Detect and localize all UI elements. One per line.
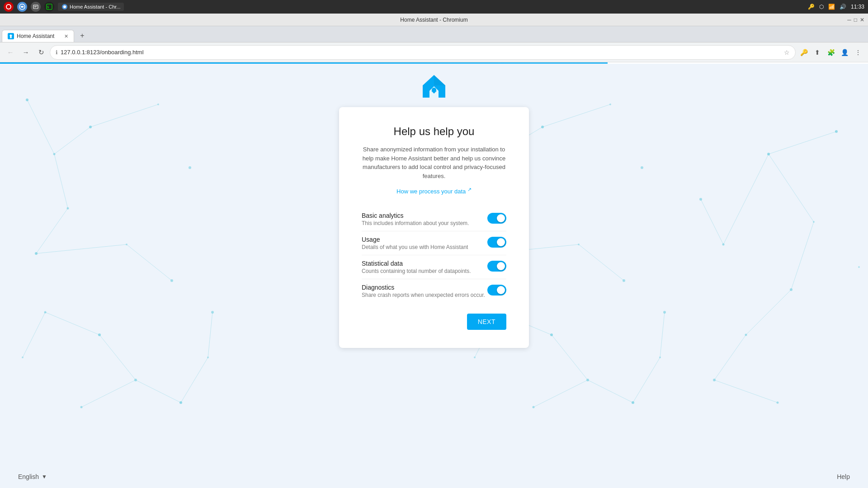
toggles-container: Basic analyticsThis includes information… (362, 207, 506, 303)
browser-title: Home Assistant - Chromium (400, 17, 467, 23)
svg-text:$: $ (47, 5, 49, 9)
toggle-slider-3 (487, 285, 506, 296)
toggle-desc-0: This includes information about your sys… (362, 220, 469, 226)
reload-button[interactable]: ↻ (34, 46, 48, 59)
help-link[interactable]: Help (837, 473, 850, 480)
toggle-switch-3[interactable] (487, 285, 506, 296)
window-minimize-button[interactable]: ─ (847, 17, 851, 23)
window-controls[interactable]: ─ □ ✕ (847, 17, 864, 23)
taskbar-app-icon-3[interactable] (31, 2, 41, 12)
taskbar-wifi-icon: 📶 (828, 4, 835, 10)
card-title: Help us help you (362, 125, 506, 138)
ha-logo (420, 73, 448, 102)
svg-rect-5 (34, 7, 36, 7)
browser-toolbar: ← → ↻ ℹ 127.0.0.1:8123/onboarding.html ☆… (0, 42, 868, 62)
tab-favicon (8, 33, 14, 39)
window-close-button[interactable]: ✕ (860, 17, 864, 23)
toggle-slider-1 (487, 237, 506, 248)
window-maximize-button[interactable]: □ (854, 17, 857, 23)
toggle-switch-1[interactable] (487, 237, 506, 248)
toggle-label-group-3: DiagnosticsShare crash reports when unex… (362, 284, 485, 298)
taskbar-right: 🔑 ⬡ 📶 🔊 11:33 (808, 4, 864, 10)
toggle-row-2: Statistical dataCounts containing total … (362, 255, 506, 279)
taskbar-bluetooth-icon: ⬡ (819, 4, 824, 10)
toggle-desc-3: Share crash reports when unexpected erro… (362, 292, 485, 298)
taskbar-app-icon-4[interactable]: $ (44, 2, 54, 12)
lock-icon: ℹ (56, 49, 58, 56)
chromium-icon (61, 4, 68, 10)
taskbar-app-icon-2[interactable] (17, 2, 27, 12)
toolbar-right-icons: 🔑 ⬆ 🧩 👤 ⋮ (797, 46, 864, 59)
extensions-button[interactable]: 🧩 (825, 46, 837, 59)
share-button[interactable]: ⬆ (811, 46, 824, 59)
card-description: Share anonymized information from your i… (362, 145, 506, 180)
toggle-label-group-2: Statistical dataCounts containing total … (362, 260, 471, 274)
bottom-bar: English ▼ Help (0, 465, 868, 488)
toggle-desc-2: Counts containing total number of datapo… (362, 268, 471, 274)
svg-marker-92 (434, 75, 445, 85)
svg-rect-4 (34, 6, 37, 6)
taskbar-keyring-icon: 🔑 (808, 4, 815, 10)
tab-label: Home Assistant (17, 33, 54, 39)
taskbar-volume-icon: 🔊 (840, 4, 846, 10)
main-content: Help us help you Share anonymized inform… (0, 64, 868, 488)
language-selector[interactable]: English ▼ (18, 473, 47, 480)
new-tab-button[interactable]: + (76, 29, 89, 42)
language-label: English (18, 473, 39, 480)
taskbar-active-app[interactable]: Home Assistant - Chr... (58, 3, 124, 11)
password-icon-button[interactable]: 🔑 (797, 46, 810, 59)
taskbar-app-icon-1[interactable] (4, 2, 14, 12)
profile-button[interactable]: 👤 (838, 46, 851, 59)
menu-button[interactable]: ⋮ (852, 46, 864, 59)
toggle-row-1: UsageDetails of what you use with Home A… (362, 231, 506, 255)
toggle-label-1: Usage (362, 236, 468, 243)
toggle-row-3: DiagnosticsShare crash reports when unex… (362, 279, 506, 303)
data-processing-link[interactable]: How we process your data ↗ (362, 187, 506, 195)
svg-point-9 (63, 5, 66, 8)
taskbar-left: $ Home Assistant - Chr... (4, 2, 124, 12)
browser-window: Home Assistant - Chromium ─ □ ✕ Home Ass… (0, 14, 868, 488)
svg-point-1 (7, 5, 10, 9)
tab-close-button[interactable]: ✕ (64, 33, 68, 39)
url-display: 127.0.0.1:8123/onboarding.html (61, 49, 781, 56)
forward-button[interactable]: → (19, 46, 33, 59)
browser-titlebar: Home Assistant - Chromium ─ □ ✕ (0, 14, 868, 26)
toggle-desc-1: Details of what you use with Home Assist… (362, 244, 468, 250)
external-link-icon: ↗ (467, 187, 472, 192)
address-bar[interactable]: ℹ 127.0.0.1:8123/onboarding.html ☆ (50, 45, 796, 60)
taskbar-time: 11:33 (851, 4, 864, 10)
taskbar-app-label: Home Assistant - Chr... (70, 4, 120, 9)
toggle-label-3: Diagnostics (362, 284, 485, 291)
browser-tab-active[interactable]: Home Assistant ✕ (2, 30, 74, 42)
os-taskbar: $ Home Assistant - Chr... 🔑 ⬡ 📶 🔊 11:33 (0, 0, 868, 14)
toggle-label-group-0: Basic analyticsThis includes information… (362, 212, 469, 226)
toggle-label-0: Basic analytics (362, 212, 469, 219)
toggle-label-group-1: UsageDetails of what you use with Home A… (362, 236, 468, 250)
toggle-switch-2[interactable] (487, 261, 506, 272)
bookmark-star-icon[interactable]: ☆ (784, 49, 790, 56)
browser-tabs-bar: Home Assistant ✕ + (0, 26, 868, 42)
toggle-label-2: Statistical data (362, 260, 471, 267)
chevron-down-icon: ▼ (42, 474, 47, 480)
next-button[interactable]: NEXT (467, 314, 506, 330)
onboarding-card: Help us help you Share anonymized inform… (339, 107, 529, 348)
toggle-slider-0 (487, 213, 506, 224)
back-button[interactable]: ← (4, 46, 17, 59)
toggle-switch-0[interactable] (487, 213, 506, 224)
toggle-row-0: Basic analyticsThis includes information… (362, 207, 506, 231)
page-content: Help us help you Share anonymized inform… (0, 64, 868, 488)
toggle-slider-2 (487, 261, 506, 272)
